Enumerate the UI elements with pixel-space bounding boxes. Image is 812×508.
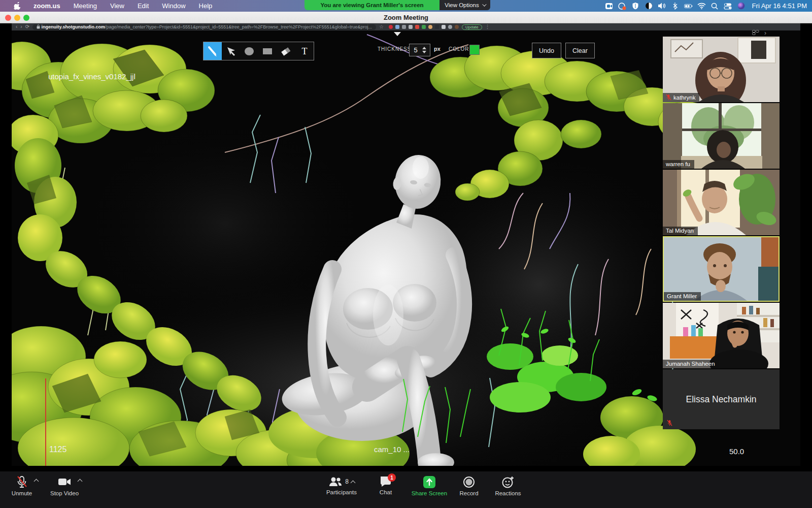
menu-window[interactable]: Window xyxy=(155,0,192,12)
camera-label-svg: cam_10 ... xyxy=(374,445,410,454)
unmute-button[interactable]: Unmute xyxy=(5,475,39,496)
muted-mic-icon xyxy=(667,420,672,426)
browser-reload-button[interactable]: ⟳ xyxy=(25,23,29,30)
menu-meeting[interactable]: Meeting xyxy=(67,0,104,12)
svg-text:T: T xyxy=(301,46,307,56)
extension-icon[interactable] xyxy=(428,25,432,29)
share-screen-label: Share Screen xyxy=(412,490,447,496)
notification-dot-icon[interactable] xyxy=(618,2,627,10)
zoom-window-button[interactable] xyxy=(23,15,29,21)
chat-unread-badge: 1 xyxy=(388,473,396,482)
extension-icon[interactable] xyxy=(448,25,452,29)
reactions-button[interactable]: Reactions xyxy=(488,475,528,496)
thickness-input[interactable] xyxy=(410,46,422,54)
participants-icon xyxy=(328,475,343,488)
url-path: /page/media_center?type=Project&id=5551&… xyxy=(105,24,372,29)
view-options-button[interactable]: View Options xyxy=(439,0,490,10)
siri-icon[interactable] xyxy=(737,2,746,10)
extension-icon[interactable] xyxy=(435,25,439,29)
unmute-label: Unmute xyxy=(12,490,32,496)
participants-button[interactable]: 8 Participants xyxy=(320,475,363,495)
menu-app-name[interactable]: zoom.us xyxy=(27,0,67,12)
pen-tool-button[interactable] xyxy=(204,42,222,60)
address-bar[interactable]: ingenuity.shotgunstudio.com/page/media_c… xyxy=(32,24,376,30)
share-screen-button[interactable]: Share Screen xyxy=(408,475,451,496)
extension-icon[interactable] xyxy=(422,25,426,29)
bookmark-star-icon[interactable]: ☆ xyxy=(379,23,384,30)
stop-video-label: Stop Video xyxy=(50,490,79,496)
menu-edit[interactable]: Edit xyxy=(131,0,155,12)
annotation-tools: T xyxy=(203,42,314,60)
profile-avatar[interactable] xyxy=(455,25,459,29)
reactions-label: Reactions xyxy=(495,490,521,496)
wifi-icon[interactable] xyxy=(697,2,706,10)
eraser-tool-button[interactable] xyxy=(277,42,295,60)
shield-icon[interactable] xyxy=(631,2,640,10)
muted-mic-icon xyxy=(666,94,671,101)
menu-help[interactable]: Help xyxy=(192,0,219,12)
collapse-panel-icon[interactable]: › xyxy=(764,29,766,37)
browser-forward-button[interactable]: › xyxy=(20,23,22,30)
clear-button[interactable]: Clear xyxy=(565,43,595,58)
ellipse-tool-button[interactable] xyxy=(240,42,258,60)
meeting-control-bar: Unmute Stop Video 8 Participant xyxy=(0,471,812,508)
record-button[interactable]: Record xyxy=(455,475,483,496)
participant-tile-jumanah-shaheen[interactable]: Jumanah Shaheen xyxy=(663,303,780,368)
volume-icon[interactable] xyxy=(658,2,666,10)
extension-icon[interactable] xyxy=(409,25,413,29)
text-tool-button[interactable]: T xyxy=(295,42,313,60)
browser-update-button[interactable]: Update xyxy=(462,24,482,30)
participants-count: 8 xyxy=(345,478,349,485)
participants-panel-controls: › xyxy=(752,29,766,37)
participants-caret[interactable] xyxy=(350,480,355,485)
gallery-view-icon[interactable] xyxy=(752,29,759,37)
thickness-label: THICKNESS xyxy=(378,46,411,52)
thickness-stepper[interactable] xyxy=(422,47,426,53)
battery-icon[interactable] xyxy=(684,2,693,10)
extension-icon[interactable] xyxy=(415,25,419,29)
record-icon xyxy=(462,475,476,489)
close-window-button[interactable] xyxy=(5,15,11,21)
url-domain: ingenuity.shotgunstudio.com xyxy=(42,24,105,29)
stepper-up-icon[interactable] xyxy=(422,47,426,49)
participant-name: warren fu xyxy=(666,161,690,167)
apple-menu-icon[interactable] xyxy=(7,0,27,12)
extension-icon[interactable] xyxy=(442,25,446,29)
chat-button[interactable]: Chat xyxy=(369,475,402,495)
annotation-toolbar-handle[interactable] xyxy=(394,32,401,36)
undo-button[interactable]: Undo xyxy=(532,43,561,58)
bluetooth-icon[interactable] xyxy=(671,2,680,10)
extension-icon[interactable] xyxy=(395,25,399,29)
minimize-window-button[interactable] xyxy=(14,15,20,21)
color-label: COLOR xyxy=(449,46,469,52)
record-label: Record xyxy=(459,490,478,496)
view-options-label: View Options xyxy=(445,2,479,8)
stop-video-button[interactable]: Stop Video xyxy=(47,475,82,496)
participant-tile-warren-fu[interactable]: warren fu xyxy=(663,103,780,169)
browser-back-button[interactable]: ‹ xyxy=(16,23,17,30)
stepper-down-icon[interactable] xyxy=(422,51,426,53)
menu-view[interactable]: View xyxy=(104,0,131,12)
browser-menu-icon[interactable]: ⋮ xyxy=(485,23,490,30)
control-center-icon[interactable] xyxy=(724,2,732,10)
participant-tile-kathrynk[interactable]: kathrynk xyxy=(663,37,780,102)
color-swatch[interactable] xyxy=(469,45,480,55)
participant-name: Grant Miller xyxy=(667,293,697,299)
arrow-tool-button[interactable] xyxy=(222,42,240,60)
window-title: Zoom Meeting xyxy=(384,14,428,21)
screen-record-status-icon[interactable] xyxy=(605,2,614,10)
spotlight-search-icon[interactable] xyxy=(710,2,719,10)
participant-tile-elissa-nechamkin[interactable]: Elissa Nechamkin xyxy=(663,369,780,429)
participant-tile-tal-midyan[interactable]: Tal Midyan xyxy=(663,170,780,235)
contrast-icon[interactable] xyxy=(645,2,653,10)
menu-bar-clock[interactable]: Fri Apr 16 4:51 PM xyxy=(752,2,807,10)
rectangle-tool-button[interactable] xyxy=(258,42,277,60)
extension-icon[interactable] xyxy=(389,25,393,29)
participant-tile-grant-miller[interactable]: Grant Miller xyxy=(663,236,780,302)
fps-label: 50.0 xyxy=(729,447,744,456)
thickness-input-group xyxy=(409,44,430,56)
participant-name: Jumanah Shaheen xyxy=(666,361,715,367)
extension-icon[interactable] xyxy=(402,25,406,29)
mic-muted-icon xyxy=(16,475,28,489)
zoom-meeting-app: zoom.us Meeting View Edit Window Help Fr… xyxy=(0,0,812,508)
